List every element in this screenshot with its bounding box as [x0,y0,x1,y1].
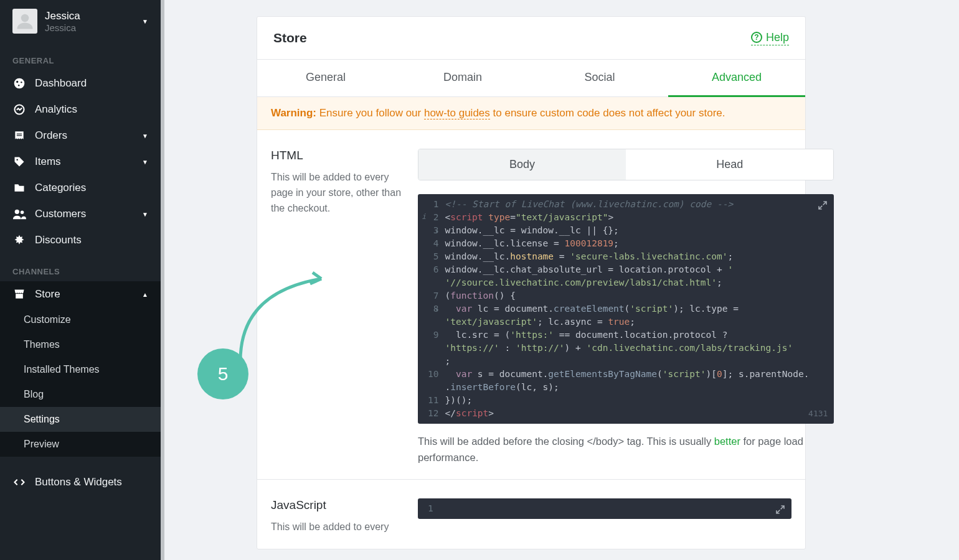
svg-point-2 [16,81,18,83]
sidebar-item-installed-themes[interactable]: Installed Themes [0,357,161,382]
sidebar-item-categories[interactable]: Categories [0,175,161,201]
people-icon [12,208,26,220]
chevron-down-icon: ▼ [142,211,148,218]
avatar [12,9,37,34]
sidebar-item-store[interactable]: Store ▲ [0,281,161,307]
sidebar-item-customers[interactable]: Customers ▼ [0,201,161,227]
warning-prefix: Warning: [271,107,316,119]
sidebar-item-label: Orders [35,129,133,142]
annotation-badge: 5 [197,348,248,399]
chevron-up-icon: ▲ [142,291,148,298]
js-section-desc: This will be added to every [271,520,403,535]
main-content: Store ? Help General Domain Social Advan… [164,0,959,560]
svg-rect-11 [16,294,23,299]
code-content[interactable]: <!-- Start of LiveChat (www.livechatinc.… [445,198,834,420]
html-section-desc: This will be added to every page in your… [271,170,403,216]
js-code-editor[interactable]: 1 [418,498,791,519]
body-head-toggle: Body Head [418,149,834,180]
sidebar-item-label: Analytics [35,103,148,116]
warning-banner: Warning: Ensure you follow our how-to gu… [257,97,805,130]
svg-point-4 [18,85,20,86]
html-code-editor[interactable]: i 1 2 ▾ 3 4 5 6 [418,194,834,424]
store-subitems: Customize Themes Installed Themes Blog S… [0,307,161,457]
sidebar-item-label: Items [35,156,133,168]
store-icon [12,288,26,301]
store-settings-panel: Store ? Help General Domain Social Advan… [257,16,806,549]
user-menu[interactable]: Jessica Jessica ▼ [0,0,161,42]
javascript-section: JavaScript This will be added to every 1 [257,480,805,549]
analytics-icon [12,103,26,116]
svg-point-8 [16,159,18,160]
folder-icon [12,182,26,194]
sidebar: Jessica Jessica ▼ GENERAL Dashboard Anal… [0,0,164,560]
html-hint: This will be added before the closing </… [418,434,834,465]
sidebar-item-label: Store [35,288,133,301]
chevron-down-icon: ▼ [142,133,148,139]
tab-social[interactable]: Social [531,60,668,96]
how-to-guides-link[interactable]: how-to guides [424,107,490,119]
chevron-down-icon: ▼ [142,159,148,166]
sidebar-item-discounts[interactable]: Discounts [0,227,161,253]
svg-rect-6 [17,134,22,134]
tab-advanced[interactable]: Advanced [668,60,805,97]
tabs: General Domain Social Advanced [257,60,805,97]
help-label: Help [766,31,789,44]
sidebar-item-preview[interactable]: Preview [0,432,161,457]
svg-point-0 [21,14,29,22]
page-title: Store [273,30,307,45]
expand-icon[interactable] [775,505,785,515]
sidebar-item-themes[interactable]: Themes [0,332,161,357]
sidebar-item-items[interactable]: Items ▼ [0,149,161,175]
sidebar-item-label: Customers [35,208,133,220]
html-section: HTML This will be added to every page in… [257,130,805,480]
sidebar-item-analytics[interactable]: Analytics [0,96,161,123]
sidebar-section-general: GENERAL [0,42,161,70]
toggle-head[interactable]: Head [626,149,833,180]
better-link[interactable]: better [714,436,740,447]
svg-point-1 [14,78,25,89]
svg-point-9 [15,210,19,214]
js-section-title: JavaScript [271,498,403,512]
sidebar-item-blog[interactable]: Blog [0,382,161,407]
burst-icon [12,234,26,246]
char-count: 4131 [808,408,828,420]
help-link[interactable]: ? Help [751,31,789,45]
dashboard-icon [12,77,26,90]
tag-icon [12,156,26,168]
code-icon [12,476,26,488]
help-icon: ? [751,32,762,43]
tab-general[interactable]: General [257,60,394,96]
sidebar-item-dashboard[interactable]: Dashboard [0,70,161,96]
svg-point-3 [21,82,22,83]
svg-rect-7 [17,135,22,136]
orders-icon [12,129,26,142]
sidebar-section-channels: CHANNELS [0,253,161,281]
sidebar-item-label: Categories [35,182,148,194]
user-name-secondary: Jessica [45,22,135,33]
caret-down-icon: ▼ [142,18,148,25]
toggle-body[interactable]: Body [418,149,626,180]
sidebar-item-label: Dashboard [35,77,148,90]
tab-domain[interactable]: Domain [394,60,531,96]
line-gutter: 1 2 ▾ 3 4 5 6 7 ▾ 8 9 [418,198,445,420]
html-section-title: HTML [271,149,403,162]
sidebar-item-buttons-widgets[interactable]: Buttons & Widgets [0,469,161,495]
sidebar-item-label: Discounts [35,234,148,246]
fold-marker-icon: i [422,212,426,222]
svg-point-10 [21,211,24,215]
annotation-number: 5 [218,363,229,385]
expand-icon[interactable] [818,200,828,210]
sidebar-item-orders[interactable]: Orders ▼ [0,123,161,149]
sidebar-item-customize[interactable]: Customize [0,307,161,332]
sidebar-item-label: Buttons & Widgets [35,476,148,488]
user-name-primary: Jessica [45,10,135,22]
sidebar-item-settings[interactable]: Settings [0,407,161,432]
